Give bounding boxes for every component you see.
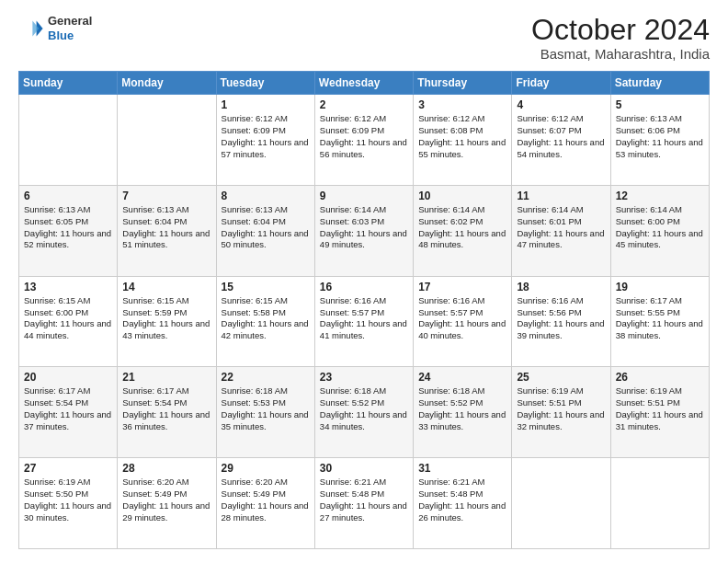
sunrise-text: Sunrise: 6:19 AM [517, 385, 583, 396]
day-number: 30 [320, 462, 408, 475]
sunrise-text: Sunrise: 6:12 AM [517, 113, 583, 123]
day-number: 18 [517, 281, 605, 293]
sunrise-text: Sunrise: 6:14 AM [517, 204, 583, 214]
sunset-text: Sunset: 6:01 PM [517, 216, 581, 226]
cell-content: Sunrise: 6:13 AM Sunset: 6:04 PM Dayligh… [222, 204, 310, 251]
sunrise-text: Sunrise: 6:14 AM [320, 204, 386, 214]
calendar-cell: 25 Sunrise: 6:19 AM Sunset: 5:51 PM Dayl… [512, 367, 610, 458]
calendar-day-header: Monday [118, 72, 216, 95]
cell-content: Sunrise: 6:19 AM Sunset: 5:50 PM Dayligh… [24, 477, 112, 523]
calendar-week-row: 27 Sunrise: 6:19 AM Sunset: 5:50 PM Dayl… [19, 458, 710, 549]
calendar-cell: 21 Sunrise: 6:17 AM Sunset: 5:54 PM Dayl… [118, 367, 216, 458]
cell-content: Sunrise: 6:15 AM Sunset: 6:00 PM Dayligh… [24, 295, 112, 342]
cell-content: Sunrise: 6:13 AM Sunset: 6:04 PM Dayligh… [122, 204, 210, 251]
calendar-cell: 10 Sunrise: 6:14 AM Sunset: 6:02 PM Dayl… [414, 185, 512, 276]
sunset-text: Sunset: 5:49 PM [222, 488, 286, 499]
logo-general: General [48, 14, 92, 29]
calendar-day-header: Wednesday [314, 72, 413, 95]
day-number: 6 [24, 190, 112, 202]
daylight-text: Daylight: 11 hours and 28 minutes. [222, 500, 309, 523]
sunrise-text: Sunrise: 6:12 AM [418, 113, 484, 123]
sunset-text: Sunset: 5:52 PM [320, 397, 384, 408]
cell-content: Sunrise: 6:12 AM Sunset: 6:09 PM Dayligh… [320, 113, 408, 160]
sunrise-text: Sunrise: 6:19 AM [616, 385, 682, 396]
sunrise-text: Sunrise: 6:15 AM [24, 295, 90, 305]
daylight-text: Daylight: 11 hours and 29 minutes. [122, 500, 210, 523]
calendar-cell [610, 458, 709, 549]
sunset-text: Sunset: 6:06 PM [616, 125, 680, 135]
sunset-text: Sunset: 5:55 PM [616, 307, 680, 317]
sunset-text: Sunset: 6:04 PM [122, 216, 187, 226]
sunrise-text: Sunrise: 6:14 AM [616, 204, 682, 214]
sunset-text: Sunset: 5:52 PM [418, 397, 483, 408]
daylight-text: Daylight: 11 hours and 33 minutes. [418, 409, 506, 431]
calendar-cell: 29 Sunrise: 6:20 AM Sunset: 5:49 PM Dayl… [216, 458, 314, 549]
cell-content: Sunrise: 6:15 AM Sunset: 5:58 PM Dayligh… [222, 295, 310, 342]
sunrise-text: Sunrise: 6:12 AM [320, 113, 386, 123]
sunset-text: Sunset: 5:48 PM [320, 488, 384, 499]
calendar-cell: 8 Sunrise: 6:13 AM Sunset: 6:04 PM Dayli… [216, 185, 314, 276]
sunset-text: Sunset: 5:53 PM [222, 397, 286, 408]
day-number: 24 [418, 371, 506, 384]
calendar-table: SundayMondayTuesdayWednesdayThursdayFrid… [18, 71, 710, 549]
sunset-text: Sunset: 5:58 PM [222, 307, 286, 317]
daylight-text: Daylight: 11 hours and 47 minutes. [517, 228, 604, 250]
calendar-cell: 23 Sunrise: 6:18 AM Sunset: 5:52 PM Dayl… [314, 367, 413, 458]
sunset-text: Sunset: 6:05 PM [24, 216, 88, 226]
calendar-cell: 2 Sunrise: 6:12 AM Sunset: 6:09 PM Dayli… [314, 95, 413, 186]
sunset-text: Sunset: 5:54 PM [122, 397, 187, 408]
calendar-cell: 17 Sunrise: 6:16 AM Sunset: 5:57 PM Dayl… [414, 276, 512, 367]
daylight-text: Daylight: 11 hours and 40 minutes. [418, 318, 506, 340]
cell-content: Sunrise: 6:16 AM Sunset: 5:57 PM Dayligh… [418, 295, 506, 342]
cell-content: Sunrise: 6:14 AM Sunset: 6:02 PM Dayligh… [418, 204, 506, 251]
daylight-text: Daylight: 11 hours and 31 minutes. [616, 409, 703, 431]
sunrise-text: Sunrise: 6:20 AM [222, 477, 288, 487]
day-number: 28 [122, 462, 210, 475]
cell-content: Sunrise: 6:19 AM Sunset: 5:51 PM Dayligh… [616, 385, 704, 432]
day-number: 7 [122, 190, 210, 202]
calendar-cell: 14 Sunrise: 6:15 AM Sunset: 5:59 PM Dayl… [118, 276, 216, 367]
day-number: 5 [616, 98, 704, 111]
daylight-text: Daylight: 11 hours and 41 minutes. [320, 318, 407, 340]
daylight-text: Daylight: 11 hours and 56 minutes. [320, 137, 407, 159]
calendar-week-row: 1 Sunrise: 6:12 AM Sunset: 6:09 PM Dayli… [19, 95, 710, 186]
sunrise-text: Sunrise: 6:17 AM [122, 385, 188, 396]
daylight-text: Daylight: 11 hours and 39 minutes. [517, 318, 604, 340]
calendar-cell [19, 95, 118, 186]
sunrise-text: Sunrise: 6:13 AM [24, 204, 90, 214]
cell-content: Sunrise: 6:21 AM Sunset: 5:48 PM Dayligh… [418, 477, 506, 523]
calendar-cell: 1 Sunrise: 6:12 AM Sunset: 6:09 PM Dayli… [216, 95, 314, 186]
cell-content: Sunrise: 6:20 AM Sunset: 5:49 PM Dayligh… [222, 477, 310, 523]
cell-content: Sunrise: 6:19 AM Sunset: 5:51 PM Dayligh… [517, 385, 605, 432]
calendar-cell: 7 Sunrise: 6:13 AM Sunset: 6:04 PM Dayli… [118, 185, 216, 276]
daylight-text: Daylight: 11 hours and 34 minutes. [320, 409, 407, 431]
calendar-cell: 15 Sunrise: 6:15 AM Sunset: 5:58 PM Dayl… [216, 276, 314, 367]
calendar-cell: 19 Sunrise: 6:17 AM Sunset: 5:55 PM Dayl… [610, 276, 709, 367]
day-number: 11 [517, 190, 605, 202]
day-number: 2 [320, 98, 408, 111]
sunrise-text: Sunrise: 6:18 AM [320, 385, 386, 396]
sunrise-text: Sunrise: 6:20 AM [122, 477, 188, 487]
daylight-text: Daylight: 11 hours and 52 minutes. [24, 228, 111, 250]
calendar-cell: 28 Sunrise: 6:20 AM Sunset: 5:49 PM Dayl… [118, 458, 216, 549]
sunrise-text: Sunrise: 6:15 AM [122, 295, 188, 305]
day-number: 25 [517, 371, 605, 384]
location-title: Basmat, Maharashtra, India [531, 46, 710, 62]
sunrise-text: Sunrise: 6:16 AM [320, 295, 386, 305]
sunrise-text: Sunrise: 6:16 AM [418, 295, 484, 305]
calendar-cell: 18 Sunrise: 6:16 AM Sunset: 5:56 PM Dayl… [512, 276, 610, 367]
daylight-text: Daylight: 11 hours and 27 minutes. [320, 500, 407, 523]
day-number: 29 [222, 462, 310, 475]
sunset-text: Sunset: 6:03 PM [320, 216, 384, 226]
sunrise-text: Sunrise: 6:21 AM [418, 477, 484, 487]
daylight-text: Daylight: 11 hours and 50 minutes. [222, 228, 309, 250]
calendar-cell: 20 Sunrise: 6:17 AM Sunset: 5:54 PM Dayl… [19, 367, 118, 458]
sunrise-text: Sunrise: 6:13 AM [222, 204, 288, 214]
day-number: 23 [320, 371, 408, 384]
sunrise-text: Sunrise: 6:17 AM [616, 295, 682, 305]
day-number: 31 [418, 462, 506, 475]
day-number: 27 [24, 462, 112, 475]
cell-content: Sunrise: 6:17 AM Sunset: 5:54 PM Dayligh… [122, 385, 210, 432]
sunset-text: Sunset: 5:51 PM [517, 397, 581, 408]
cell-content: Sunrise: 6:14 AM Sunset: 6:00 PM Dayligh… [616, 204, 704, 251]
